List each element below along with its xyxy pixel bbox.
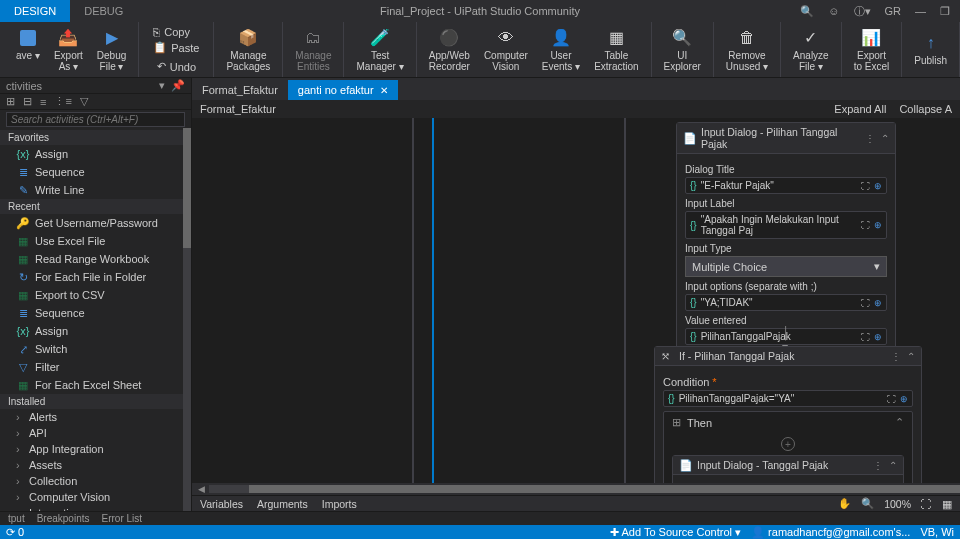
source-control-button[interactable]: ✚ Add To Source Control ▾ — [610, 526, 741, 539]
tree-item[interactable]: ≣Sequence — [0, 304, 191, 322]
collapse-icon[interactable]: ⌃ — [907, 351, 915, 362]
tree-item[interactable]: ▦For Each Excel Sheet — [0, 376, 191, 394]
user-events-button[interactable]: 👤User Events ▾ — [536, 26, 586, 74]
list-icon[interactable]: ≡ — [40, 96, 46, 108]
file-tab-1[interactable]: Format_Efaktur — [192, 80, 288, 100]
filter-icon[interactable]: ▽ — [80, 95, 88, 108]
collapse-icon[interactable]: ⌃ — [889, 460, 897, 471]
activity-tree[interactable]: Favorites {x}Assign≣Sequence✎Write Line … — [0, 128, 191, 511]
feedback-icon[interactable]: ☺ — [828, 5, 839, 17]
save-button[interactable]: ave ▾ — [10, 26, 46, 74]
tree-item[interactable]: {x}Assign — [0, 322, 191, 340]
plus-icon[interactable]: ⊕ — [874, 298, 882, 308]
ribbon-tab-design[interactable]: DESIGN — [0, 0, 70, 22]
manage-packages-button[interactable]: 📦Manage Packages — [220, 26, 276, 74]
collapse-icon[interactable]: ⊟ — [23, 95, 32, 108]
panel-pin-icon[interactable]: 📌 — [171, 79, 185, 92]
collapse-icon[interactable]: ⌃ — [895, 416, 904, 429]
plus-square-icon[interactable]: ⊞ — [672, 416, 681, 429]
undo-button[interactable]: ↶Undo — [155, 59, 198, 74]
input-options-field[interactable]: {}"YA;TIDAK"⛶⊕ — [685, 294, 887, 311]
tree-item[interactable]: ≣Sequence — [0, 163, 191, 181]
scroll-left-icon[interactable]: ◀ — [196, 484, 207, 494]
table-extraction-button[interactable]: ▦Table Extraction — [588, 26, 644, 74]
tree-item[interactable]: ›Assets — [0, 457, 191, 473]
tree-icon[interactable]: ⋮≡ — [54, 95, 71, 108]
tree-item[interactable]: ▦Use Excel File — [0, 232, 191, 250]
tree-item[interactable]: {x}Assign — [0, 145, 191, 163]
plus-icon[interactable]: ⊕ — [874, 332, 882, 342]
tree-item[interactable]: ›Collection — [0, 473, 191, 489]
analyze-file-button[interactable]: ✓Analyze File ▾ — [787, 26, 835, 74]
search-icon[interactable]: 🔍 — [800, 5, 814, 18]
recorder-button[interactable]: ⚫App/Web Recorder — [423, 26, 476, 74]
input-type-select[interactable]: Multiple Choice▾ — [685, 256, 887, 277]
imports-tab[interactable]: Imports — [322, 498, 357, 510]
tree-item[interactable]: ↻For Each File in Folder — [0, 268, 191, 286]
tree-item[interactable]: ▦Read Range Workbook — [0, 250, 191, 268]
export-excel-button[interactable]: 📊Export to Excel — [848, 26, 896, 74]
variables-tab[interactable]: Variables — [200, 498, 243, 510]
expand-icon[interactable]: ⛶ — [861, 298, 870, 308]
expand-all-button[interactable]: Expand All — [834, 103, 886, 115]
input-label-field[interactable]: {}"Apakah Ingin Melakukan Input Tanggal … — [685, 211, 887, 239]
close-icon[interactable]: ✕ — [380, 85, 388, 96]
installed-section[interactable]: Installed — [0, 394, 191, 409]
output-tab[interactable]: tput — [8, 513, 25, 524]
publish-button[interactable]: ↑Publish — [908, 31, 953, 68]
condition-field[interactable]: {}PilihanTanggalPajak="YA"⛶⊕ — [663, 390, 913, 407]
expand-icon[interactable]: ⛶ — [861, 220, 870, 230]
tree-item[interactable]: ›API — [0, 425, 191, 441]
expand-icon[interactable]: ⛶ — [861, 332, 870, 342]
collapse-all-button[interactable]: Collapse A — [899, 103, 952, 115]
minimize-icon[interactable]: — — [915, 5, 926, 17]
plus-icon[interactable]: ⊕ — [874, 181, 882, 191]
search-input[interactable] — [6, 112, 185, 127]
tree-item[interactable]: ›Alerts — [0, 409, 191, 425]
paste-button[interactable]: 📋Paste — [151, 40, 201, 55]
arguments-tab[interactable]: Arguments — [257, 498, 308, 510]
zoom-icon[interactable]: 🔍 — [861, 497, 874, 510]
ribbon-tab-debug[interactable]: DEBUG — [70, 0, 137, 22]
if-activity[interactable]: ⤲ If - Pilihan Tanggal Pajak ⋮⌃ Conditio… — [654, 346, 922, 483]
breadcrumb[interactable]: Format_Efaktur — [200, 103, 276, 115]
more-icon[interactable]: ⋮ — [865, 133, 875, 144]
dialog-title-field[interactable]: {}"E-Faktur Pajak"⛶⊕ — [685, 177, 887, 194]
manage-entities-button[interactable]: 🗂Manage Entities — [289, 26, 337, 74]
plus-icon[interactable]: ⊕ — [900, 394, 908, 404]
remove-unused-button[interactable]: 🗑Remove Unused ▾ — [720, 26, 774, 74]
ui-explorer-button[interactable]: 🔍UI Explorer — [658, 26, 707, 74]
tree-item[interactable]: ›Computer Vision — [0, 489, 191, 505]
more-icon[interactable]: ⋮ — [891, 351, 901, 362]
user-badge[interactable]: GR — [885, 5, 902, 17]
zoom-level[interactable]: 100% — [884, 498, 911, 510]
workflow-canvas[interactable]: 📄 Input Dialog - Pilihan Tanggal Pajak ⋮… — [192, 118, 960, 483]
plus-icon[interactable]: ⊕ — [874, 220, 882, 230]
expand-icon[interactable]: ⊞ — [6, 95, 15, 108]
tree-scrollbar[interactable] — [183, 128, 191, 511]
more-icon[interactable]: ⋮ — [873, 460, 883, 471]
tree-item[interactable]: ▦Export to CSV — [0, 286, 191, 304]
add-activity-button[interactable]: + — [781, 437, 795, 451]
sync-icon[interactable]: ⟳ 0 — [6, 526, 24, 539]
expand-icon[interactable]: ⛶ — [887, 394, 896, 404]
recent-section[interactable]: Recent — [0, 199, 191, 214]
copy-button[interactable]: ⎘Copy — [151, 25, 201, 39]
tree-item[interactable]: ⤤Switch — [0, 340, 191, 358]
panel-dropdown-icon[interactable]: ▾ — [159, 79, 165, 92]
maximize-icon[interactable]: ❐ — [940, 5, 950, 18]
debug-file-button[interactable]: ▶Debug File ▾ — [91, 26, 132, 74]
input-dialog-activity[interactable]: 📄 Input Dialog - Pilihan Tanggal Pajak ⋮… — [676, 122, 896, 352]
collapse-icon[interactable]: ⌃ — [881, 133, 889, 144]
tree-item[interactable]: ›Integrations — [0, 505, 191, 511]
breakpoints-tab[interactable]: Breakpoints — [37, 513, 90, 524]
computer-vision-button[interactable]: 👁Computer Vision — [478, 26, 534, 74]
fit-icon[interactable]: ⛶ — [921, 498, 932, 510]
pan-icon[interactable]: ✋ — [838, 497, 851, 510]
user-status[interactable]: 👤 ramadhancfg@gmail.com's... — [751, 526, 910, 539]
expand-icon[interactable]: ⛶ — [861, 181, 870, 191]
tree-item[interactable]: ✎Write Line — [0, 181, 191, 199]
file-tab-2[interactable]: ganti no efaktur✕ — [288, 80, 398, 100]
export-button[interactable]: 📤Export As ▾ — [48, 26, 89, 74]
favorites-section[interactable]: Favorites — [0, 130, 191, 145]
